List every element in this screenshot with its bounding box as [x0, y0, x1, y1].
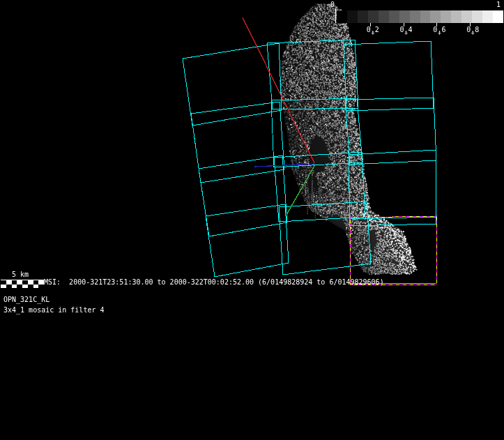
colorbar-step [358, 10, 368, 23]
frame-c2r4 [279, 202, 371, 275]
colorbar-step [482, 10, 493, 23]
colorbar-step [461, 10, 472, 23]
colorbar-step [420, 10, 431, 23]
colorbar-endcap [335, 9, 336, 23]
vector-green [287, 165, 315, 215]
colorbar-tick-plus: + [471, 30, 475, 36]
scale-bar-cell [1, 285, 6, 289]
colorbar-max-label: 1 [496, 1, 501, 9]
scale-bar-cell [28, 285, 33, 289]
frame-c3r4 [350, 217, 436, 284]
colorbar-step [389, 10, 399, 23]
colorbar-step [493, 10, 503, 23]
sequence-id: OPN_321C_KL [3, 296, 49, 304]
colorbar-step [441, 10, 451, 23]
colorbar-step [347, 10, 358, 23]
colorbar-tick-plus: + [438, 30, 441, 36]
colorbar-step [337, 10, 347, 23]
colorbar-step [410, 10, 420, 23]
status-line: MSI: 2000-321T23:51:30.00 to 2000-322T00… [44, 278, 384, 287]
mosaic-description: 3x4_1 mosaic in filter 4 [3, 306, 105, 314]
colorbar-tick-plus: + [404, 30, 408, 36]
colorbar-step [451, 10, 461, 23]
scale-bar-checker [1, 280, 44, 288]
scale-bar-cell [33, 285, 39, 289]
colorbar-step [399, 10, 410, 23]
scale-bar-cell [38, 285, 44, 289]
scale-bar-label: 5 km [12, 271, 29, 279]
colorbar-min-label: 0 [330, 1, 335, 9]
frame-c1r2 [191, 102, 284, 183]
scale-bar-cell [17, 285, 22, 289]
frame-next [350, 216, 436, 285]
frame-next-underlay [350, 216, 436, 285]
msi-display-window: 0 1 0.2+0.4+0.6+0.8+ 5 km MSI: 2000-321T… [0, 0, 504, 440]
frame-c2r3 [274, 152, 365, 222]
colorbar-step [368, 10, 379, 23]
colorbar-step [430, 10, 441, 23]
colorbar-step [472, 10, 482, 23]
scale-bar-cell [6, 285, 12, 289]
colorbar-step [379, 10, 389, 23]
vector-red [243, 17, 315, 165]
footprint-overlay[interactable] [0, 0, 504, 440]
colorbar-steps [337, 10, 503, 23]
frame-c1r1 [183, 43, 282, 126]
colorbar-tick-plus: + [371, 30, 374, 36]
frame-c1r4 [206, 204, 289, 277]
scale-bar-cell [12, 285, 17, 289]
scale-bar-cell [22, 285, 28, 289]
